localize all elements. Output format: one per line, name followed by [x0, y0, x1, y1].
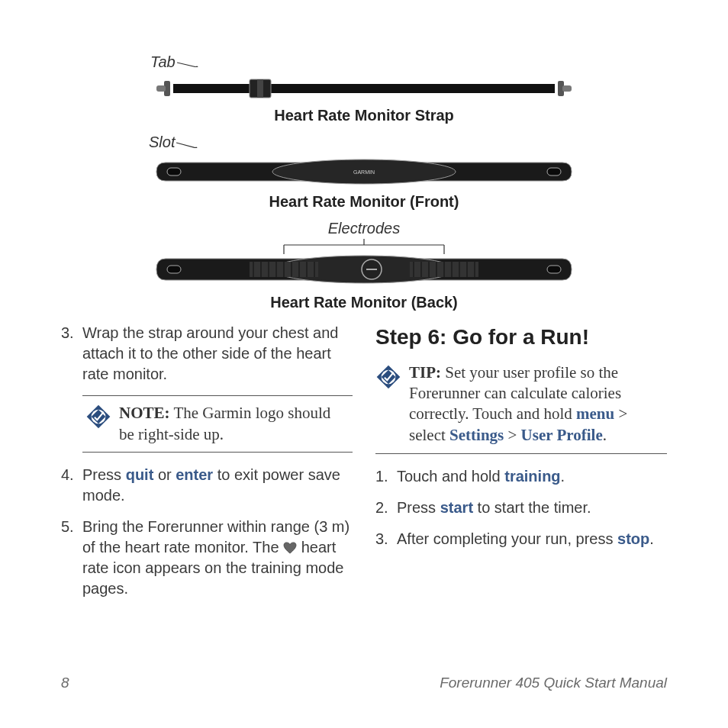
note-badge-icon: [85, 404, 111, 430]
svg-rect-8: [257, 79, 263, 98]
left-column: 3. Wrap the strap around your chest and …: [61, 323, 353, 610]
tip-label: TIP:: [409, 363, 441, 382]
page-number: 8: [61, 675, 69, 691]
kw-user-profile: User Profile: [521, 426, 603, 444]
step-3r: 3. After completing your run, press stop…: [375, 529, 667, 549]
step-number: 1.: [375, 466, 397, 487]
step-number: 5.: [61, 517, 82, 599]
manual-title: Forerunner 405 Quick Start Manual: [440, 675, 667, 691]
electrodes-label: Electrodes: [328, 220, 401, 237]
svg-rect-6: [562, 85, 572, 92]
strap-diagram: Tab Heart Rate Monitor Strap: [74, 53, 654, 124]
step-2: 2. Press start to start the timer.: [375, 498, 667, 518]
slot-label: Slot: [149, 134, 175, 151]
note-box: NOTE: The Garmin logo should be right-si…: [82, 395, 353, 453]
kw-enter: enter: [176, 466, 213, 483]
front-diagram: Slot GARMIN Heart Rate Monitor (Front): [74, 134, 654, 211]
diagram-section: Tab Heart Rate Monitor Strap Slot GARMIN…: [74, 53, 654, 311]
svg-rect-13: [547, 168, 561, 176]
note-label: NOTE:: [119, 404, 170, 422]
svg-text:GARMIN: GARMIN: [353, 169, 375, 175]
tab-label: Tab: [150, 53, 176, 71]
back-diagram: Electrodes Heart Rate Monitor (Back): [74, 220, 654, 311]
kw-quit: quit: [126, 466, 154, 483]
svg-rect-42: [167, 266, 181, 273]
step-5: 5. Bring the Forerunner within range (3 …: [61, 517, 353, 599]
step-text: Touch and hold training.: [397, 466, 667, 487]
step-text: Press quit or enter to exit power save m…: [82, 465, 353, 506]
step6-heading: Step 6: Go for a Run!: [375, 323, 667, 352]
kw-menu: menu: [576, 404, 614, 423]
back-caption: Heart Rate Monitor (Back): [74, 294, 654, 311]
front-illustration: GARMIN: [150, 153, 578, 190]
kw-training: training: [504, 468, 560, 485]
svg-rect-5: [156, 85, 166, 92]
svg-rect-43: [547, 266, 561, 273]
step-3: 3. Wrap the strap around your chest and …: [61, 323, 353, 385]
back-illustration: [150, 237, 578, 291]
strap-illustration: [150, 73, 578, 104]
step-text: Bring the Forerunner within range (3 m) …: [82, 517, 353, 599]
right-column: Step 6: Go for a Run! TIP: Set your user…: [375, 323, 667, 610]
kw-settings: Settings: [449, 426, 504, 444]
content-columns: 3. Wrap the strap around your chest and …: [61, 323, 667, 610]
svg-rect-12: [167, 168, 181, 176]
heart-rate-icon: [283, 542, 297, 554]
step-4: 4. Press quit or enter to exit power sav…: [61, 465, 353, 506]
step-text: After completing your run, press stop.: [397, 529, 667, 549]
svg-line-0: [177, 63, 197, 67]
step-text: Press start to start the timer.: [397, 498, 667, 518]
svg-rect-2: [173, 84, 555, 93]
kw-stop: stop: [617, 530, 649, 547]
tip-content: TIP: Set your user profile so the Foreru…: [409, 362, 664, 446]
kw-start: start: [440, 499, 473, 516]
front-caption: Heart Rate Monitor (Front): [74, 193, 654, 211]
step-text: Wrap the strap around your chest and att…: [82, 323, 353, 385]
svg-line-9: [176, 143, 196, 148]
strap-caption: Heart Rate Monitor Strap: [74, 107, 654, 124]
step-number: 3.: [61, 323, 82, 385]
step-number: 3.: [375, 529, 397, 549]
step-1: 1. Touch and hold training.: [375, 466, 667, 487]
page-footer: 8 Forerunner 405 Quick Start Manual: [61, 675, 667, 691]
step-number: 4.: [61, 465, 82, 506]
svg-point-1: [195, 66, 198, 67]
tip-box: TIP: Set your user profile so the Foreru…: [375, 359, 667, 454]
tip-badge-icon: [375, 364, 401, 390]
note-content: NOTE: The Garmin logo should be right-si…: [119, 402, 350, 446]
svg-point-10: [195, 147, 198, 148]
step-number: 2.: [375, 498, 397, 518]
